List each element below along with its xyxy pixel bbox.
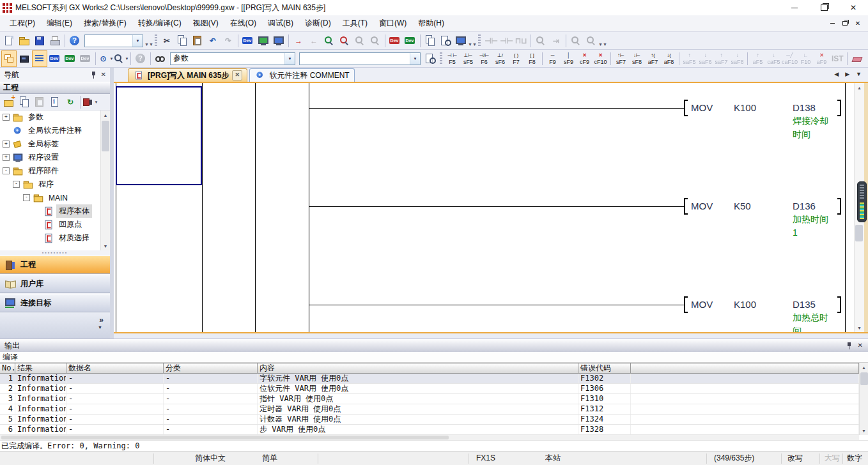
menu-item[interactable]: 转换/编译(C) [132, 15, 187, 31]
find-target-combo[interactable]: 参数▼ [170, 52, 295, 65]
scroll-down-icon[interactable]: ▼ [101, 241, 110, 250]
combo-dropdown-icon[interactable]: ▼ [132, 35, 143, 47]
cross-reference-button[interactable] [153, 50, 168, 67]
menu-item[interactable]: 窗口(W) [373, 15, 412, 31]
instruction-mnemonic[interactable]: MOV [691, 102, 713, 114]
print-button[interactable] [47, 33, 63, 49]
table-row[interactable]: 1Information--字软元件 VAR用 使用0点F1302 [0, 374, 859, 384]
start-monitor-button[interactable] [322, 33, 337, 49]
table-row[interactable]: 3Information--指针 VAR用 使用0点F1310 [0, 394, 859, 404]
comment-display-button[interactable]: ⊙▼ [98, 50, 113, 67]
collapse-icon[interactable]: - [23, 194, 30, 201]
table-row[interactable]: 5Information--计数器 VAR用 使用0点F1324 [0, 415, 859, 425]
eraser-button[interactable] [849, 50, 865, 67]
navigation-window-button[interactable] [1, 50, 17, 67]
column-header[interactable]: No. [0, 363, 15, 374]
help-button[interactable] [67, 33, 82, 49]
mdi-close-button[interactable]: ✕ [853, 19, 863, 28]
write-to-plc-button[interactable]: → [291, 33, 306, 49]
tree-item-参数[interactable]: +参数 [0, 111, 100, 124]
nav-splitter-handle[interactable]: ▪▪▪▪▪▪▪▪▪ [0, 250, 110, 255]
toolbar-combo[interactable]: ▼ [84, 34, 143, 47]
module-configuration-button[interactable] [17, 50, 32, 67]
collapse-icon[interactable]: - [3, 167, 10, 174]
instruction-mnemonic[interactable]: MOV [691, 200, 713, 213]
edit-line-button[interactable]: ✎ [865, 50, 868, 67]
view-button-工程[interactable]: 工程 [0, 255, 110, 274]
table-row[interactable]: 6Information--步 VAR用 使用0点F1328 [0, 425, 859, 435]
ladder-editor[interactable]: MOVK100D138焊接冷却 时间MOVK50D136加热时间 1MOVK10… [114, 83, 854, 332]
entry-data-monitor-button[interactable] [403, 33, 418, 49]
table-row[interactable]: 4Information--定时器 VAR用 使用0点F1312 [0, 404, 859, 415]
scroll-up-icon[interactable]: ▲ [860, 363, 868, 372]
menu-item[interactable]: 搜索/替换(F) [78, 15, 132, 31]
view-button-用户库[interactable]: 用户库 [0, 275, 110, 293]
table-row[interactable]: 2Information--位软元件 VAR用 使用0点F1306 [0, 384, 859, 394]
tab-list-icon[interactable]: ▼ [856, 71, 862, 77]
device-find-button[interactable]: ▼ [113, 50, 128, 67]
remote-operation-button[interactable] [453, 33, 469, 49]
ladder-symbol-F8-button[interactable]: [ ]F8 [524, 50, 540, 67]
tree-item-全局标签[interactable]: +全局标签 [0, 137, 100, 151]
pin-icon[interactable] [91, 72, 97, 79]
filter-function-button[interactable]: ▼ [82, 94, 98, 111]
combo-dropdown-icon[interactable]: ▼ [410, 53, 420, 65]
menu-item[interactable]: 工程(P) [4, 15, 41, 31]
ladder-symbol-aF8-button[interactable]: ↓(aF8 [661, 50, 677, 67]
scroll-up-icon[interactable]: ▲ [101, 111, 110, 119]
expand-icon[interactable]: + [3, 154, 10, 161]
instruction-destination-operand[interactable]: D136 [793, 200, 816, 213]
copy-data-button[interactable] [17, 94, 32, 111]
document-tab[interactable]: [PRG]写入 MAIN 635步✕ [128, 68, 247, 82]
scrollbar-thumb[interactable] [1, 436, 449, 439]
sampling-trace-button[interactable] [256, 33, 271, 49]
copy-button[interactable] [174, 33, 190, 49]
tree-item-程序[interactable]: -程序 [0, 178, 100, 191]
menu-item[interactable]: 在线(O) [224, 15, 262, 31]
nav-close-icon[interactable]: ✕ [101, 72, 106, 78]
find-keyword-combo[interactable]: ▼ [299, 52, 421, 65]
tab-scroll-right-icon[interactable]: ▶ [845, 71, 849, 77]
device-batch-monitor-button[interactable] [387, 33, 403, 49]
instruction-source-operand[interactable]: K100 [734, 298, 756, 311]
output-hscrollbar[interactable] [0, 435, 859, 440]
close-button[interactable]: ✕ [839, 1, 868, 15]
new-project-button[interactable] [1, 33, 17, 49]
column-header[interactable]: 错误代码 [578, 363, 631, 374]
undo-button[interactable]: ↶ [205, 33, 221, 49]
tree-item-MAIN[interactable]: -MAIN [0, 191, 100, 204]
ladder-symbol-F6-button[interactable]: ⊣/⊢F6 [476, 50, 492, 67]
toolbar-overflow-icon[interactable]: ▼▼ [599, 33, 607, 49]
column-header[interactable]: 内容 [258, 363, 578, 374]
instruction-source-operand[interactable]: K50 [734, 200, 751, 213]
menu-item[interactable]: 诊断(D) [299, 15, 337, 31]
ladder-symbol-F7-button[interactable]: ( )F7 [508, 50, 524, 67]
ladder-symbol-cF9-button[interactable]: ✕cF9 [577, 50, 593, 67]
instruction-source-operand[interactable]: K100 [734, 102, 756, 114]
refresh-view-button[interactable]: ↻ [63, 94, 78, 111]
ladder-symbol-F9-button[interactable]: ─F9 [545, 50, 561, 67]
scroll-down-icon[interactable]: ▼ [860, 426, 868, 435]
mdi-minimize-button[interactable] [827, 19, 837, 28]
open-project-button[interactable] [17, 33, 32, 49]
ladder-symbol-cF10-button[interactable]: ✕cF10 [593, 50, 608, 67]
toolbar-grip[interactable] [155, 34, 157, 47]
combo-dropdown-icon[interactable]: ▼ [284, 53, 295, 65]
restore-button[interactable] [809, 1, 839, 15]
expand-icon[interactable]: + [3, 114, 10, 121]
scroll-position-marker[interactable] [857, 181, 867, 222]
tree-item-程序设置[interactable]: +程序设置 [0, 151, 100, 164]
mdi-restore-button[interactable] [840, 19, 850, 28]
instruction-destination-operand[interactable]: D135 [793, 298, 816, 311]
column-header[interactable]: 数据名 [66, 363, 164, 374]
ladder-symbol-sF8-button[interactable]: ↓⊢sF8 [629, 50, 645, 67]
tree-item-程序本体[interactable]: 程序本体 [0, 204, 100, 218]
column-header[interactable]: 分类 [164, 363, 258, 374]
column-header[interactable]: 结果 [15, 363, 66, 374]
toolbar-overflow-icon[interactable]: ▼▼ [145, 33, 153, 49]
output-close-icon[interactable]: ✕ [858, 342, 863, 349]
paste-button[interactable] [190, 33, 205, 49]
scrollbar-thumb[interactable] [860, 372, 868, 385]
pin-icon[interactable] [846, 342, 853, 349]
ladder-symbol-sF9-button[interactable]: │sF9 [561, 50, 577, 67]
